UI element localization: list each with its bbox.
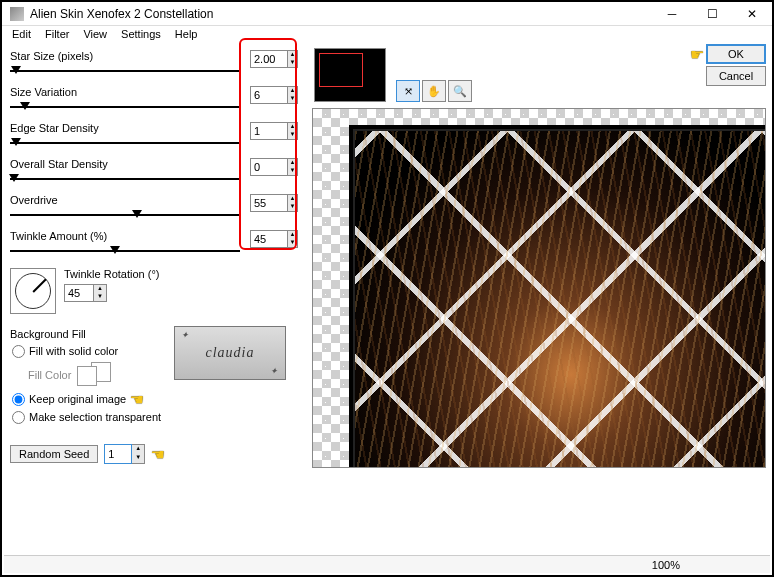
menu-bar: Edit Filter View Settings Help [2,26,772,44]
zoom-tool-button[interactable]: 🔍 [448,80,472,102]
pointer-icon: ☛ [151,445,165,464]
zoom-level: 100% [652,559,680,571]
window-title: Alien Skin Xenofex 2 Constellation [30,7,652,21]
hand-tool-button[interactable]: ✋ [422,80,446,102]
magnifier-icon: 🔍 [453,85,467,98]
menu-help[interactable]: Help [175,28,198,40]
label-twinkle-rotation: Twinkle Rotation (°) [64,268,160,280]
menu-view[interactable]: View [83,28,107,40]
menu-filter[interactable]: Filter [45,28,69,40]
input-size-variation[interactable] [250,86,288,104]
cancel-button[interactable]: Cancel [706,66,766,86]
app-icon [10,7,24,21]
menu-edit[interactable]: Edit [12,28,31,40]
radio-transparent[interactable]: Make selection transparent [10,408,304,426]
input-twinkle-amount[interactable] [250,230,288,248]
navigator-thumbnail[interactable] [314,48,386,102]
settings-panel: Star Size (pixels) ▲▼ Size Variation ▲▼ … [2,44,312,468]
menu-settings[interactable]: Settings [121,28,161,40]
minimize-button[interactable]: ─ [652,2,692,26]
slider-twinkle-amount[interactable]: Twinkle Amount (%) ▲▼ [10,230,304,264]
slider-size-variation[interactable]: Size Variation ▲▼ [10,86,304,120]
watermark-logo: claudia [174,326,286,380]
preview-canvas[interactable] [312,108,766,468]
move-tool-button[interactable]: ⤧ [396,80,420,102]
hand-icon: ✋ [427,85,441,98]
input-star-size[interactable] [250,50,288,68]
input-twinkle-rotation[interactable] [64,284,94,302]
input-overall-density[interactable] [250,158,288,176]
slider-overdrive[interactable]: Overdrive ▲▼ [10,194,304,228]
status-bar: 100% [4,555,770,573]
title-bar: Alien Skin Xenofex 2 Constellation ─ ☐ ✕ [2,2,772,26]
close-button[interactable]: ✕ [732,2,772,26]
label-fill-color: Fill Color [28,369,71,381]
input-overdrive[interactable] [250,194,288,212]
pointer-tool-icon: ⤧ [404,85,413,98]
color-swatch[interactable] [77,362,115,388]
input-edge-density[interactable] [250,122,288,140]
slider-star-size[interactable]: Star Size (pixels) ▲▼ [10,50,304,84]
pointer-icon: ☛ [130,390,144,409]
spin-down-icon[interactable]: ▼ [288,59,297,67]
spin-up-icon[interactable]: ▲ [288,51,297,59]
input-random-seed[interactable] [104,444,132,464]
twinkle-rotation-dial[interactable] [10,268,56,314]
radio-keep-original[interactable]: Keep original image☛ [10,390,304,408]
slider-overall-density[interactable]: Overall Star Density ▲▼ [10,158,304,192]
maximize-button[interactable]: ☐ [692,2,732,26]
pointer-icon: ☛ [690,45,704,64]
random-seed-button[interactable]: Random Seed [10,445,98,463]
preview-image [353,129,766,468]
slider-edge-density[interactable]: Edge Star Density ▲▼ [10,122,304,156]
preview-panel: ⤧ ✋ 🔍 ☛ OK Cancel [312,44,772,468]
ok-button[interactable]: OK [706,44,766,64]
